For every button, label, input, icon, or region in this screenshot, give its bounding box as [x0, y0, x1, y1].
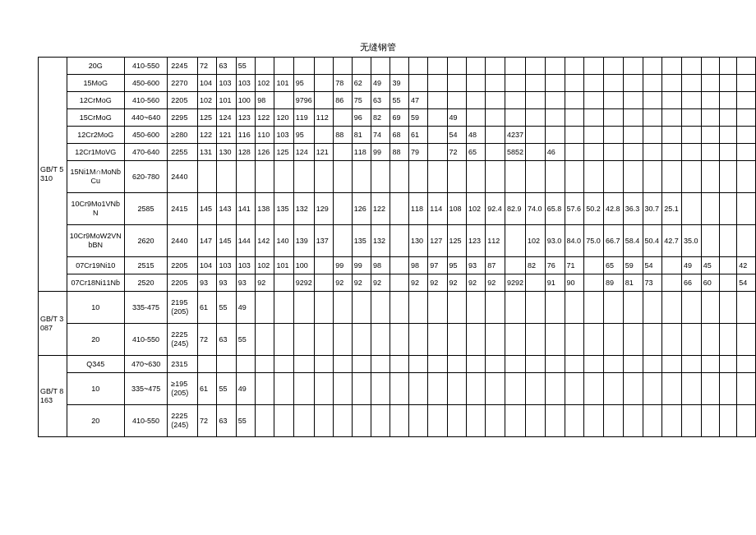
value-cell: [428, 324, 447, 356]
range-cell: 2520: [124, 274, 168, 292]
value-cell: [466, 58, 485, 75]
value-cell: [428, 58, 447, 75]
value-cell: [545, 75, 565, 92]
value-cell: [720, 109, 737, 127]
value-cell: ≥195 (205): [168, 373, 198, 405]
value-cell: [198, 161, 217, 193]
value-cell: [526, 356, 546, 373]
value-cell: [447, 405, 466, 437]
value-cell: [352, 356, 371, 373]
value-cell: [623, 58, 643, 75]
value-cell: [737, 405, 756, 437]
value-cell: 144: [236, 225, 255, 257]
value-cell: [466, 161, 485, 193]
value-cell: [682, 109, 702, 127]
value-cell: 112: [314, 109, 333, 127]
value-cell: [737, 144, 756, 161]
value-cell: [428, 356, 447, 373]
value-cell: [720, 225, 737, 257]
value-cell: [314, 292, 333, 324]
value-cell: [565, 127, 584, 144]
range-cell: 470-640: [124, 144, 168, 161]
value-cell: 128: [236, 144, 255, 161]
value-cell: [720, 193, 737, 225]
value-cell: [545, 161, 565, 193]
value-cell: [505, 356, 526, 373]
value-cell: [682, 193, 702, 225]
value-cell: [565, 161, 584, 193]
standard-cell: GB/T 5310: [39, 58, 67, 292]
range-cell: 335~475: [124, 373, 168, 405]
value-cell: [682, 75, 702, 92]
value-cell: 131: [198, 144, 217, 161]
value-cell: [390, 405, 409, 437]
value-cell: [352, 58, 371, 75]
value-cell: 61: [198, 292, 217, 324]
value-cell: 50.4: [643, 225, 662, 257]
value-cell: 121: [217, 127, 236, 144]
value-cell: [643, 324, 662, 356]
value-cell: [293, 324, 314, 356]
value-cell: [662, 127, 682, 144]
range-cell: 2620: [124, 225, 168, 257]
value-cell: 125: [447, 225, 466, 257]
grade-cell: 15Ni1M∩MoNbCu: [67, 161, 124, 193]
value-cell: 63: [217, 324, 236, 356]
value-cell: [293, 161, 314, 193]
value-cell: 78: [334, 75, 353, 92]
value-cell: [604, 356, 624, 373]
value-cell: 102: [198, 92, 217, 109]
value-cell: 102: [466, 193, 485, 225]
value-cell: [545, 405, 565, 437]
value-cell: [371, 161, 390, 193]
value-cell: 123: [236, 109, 255, 127]
value-cell: [584, 373, 604, 405]
value-cell: [701, 127, 720, 144]
value-cell: 99: [371, 144, 390, 161]
value-cell: 122: [371, 193, 390, 225]
value-cell: 2415: [168, 193, 198, 225]
value-cell: [737, 109, 756, 127]
value-cell: [390, 356, 409, 373]
grade-cell: 15MoG: [67, 75, 124, 92]
value-cell: [682, 324, 702, 356]
value-cell: [701, 324, 720, 356]
range-cell: 410-550: [124, 405, 168, 437]
value-cell: [643, 109, 662, 127]
value-cell: 123: [466, 225, 485, 257]
grade-cell: 20: [67, 324, 124, 356]
value-cell: [584, 58, 604, 75]
value-cell: [486, 405, 505, 437]
value-cell: [526, 405, 546, 437]
value-cell: 49: [371, 75, 390, 92]
value-cell: [623, 405, 643, 437]
value-cell: [720, 58, 737, 75]
value-cell: 92.4: [486, 193, 505, 225]
value-cell: [720, 144, 737, 161]
value-cell: [486, 324, 505, 356]
value-cell: [371, 373, 390, 405]
value-cell: [334, 405, 353, 437]
value-cell: 39: [390, 75, 409, 92]
value-cell: [408, 58, 427, 75]
value-cell: [408, 292, 427, 324]
value-cell: 75: [352, 92, 371, 109]
value-cell: [662, 292, 682, 324]
value-cell: [314, 257, 333, 274]
value-cell: [720, 75, 737, 92]
value-cell: [352, 405, 371, 437]
value-cell: [390, 225, 409, 257]
value-cell: [643, 127, 662, 144]
value-cell: 82: [371, 109, 390, 127]
value-cell: 103: [274, 127, 293, 144]
value-cell: 2440: [168, 161, 198, 193]
value-cell: 92: [447, 274, 466, 292]
value-cell: 81: [623, 274, 643, 292]
value-cell: 59: [408, 109, 427, 127]
value-cell: [623, 373, 643, 405]
value-cell: [526, 75, 546, 92]
value-cell: [447, 161, 466, 193]
value-cell: 118: [352, 144, 371, 161]
value-cell: [314, 58, 333, 75]
value-cell: [526, 274, 546, 292]
